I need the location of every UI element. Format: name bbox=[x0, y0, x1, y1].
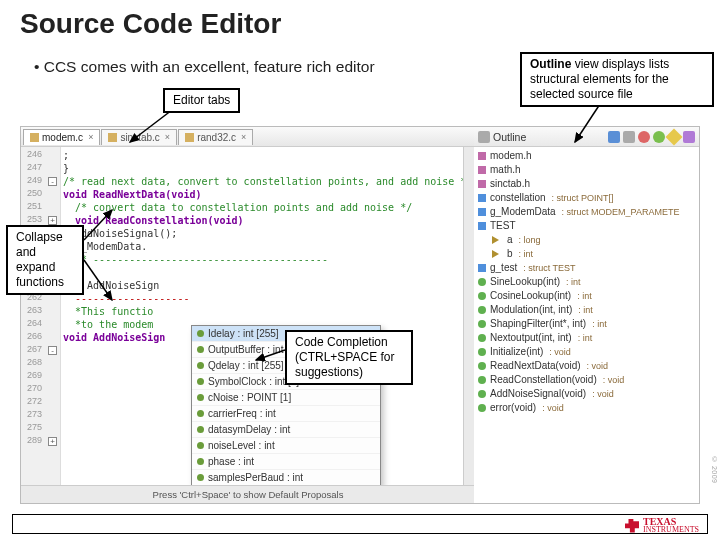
outline-kind-icon bbox=[478, 152, 486, 160]
member-icon bbox=[197, 346, 204, 353]
member-icon bbox=[197, 410, 204, 417]
editor-pane: modem.c×sinctab.c×rand32.c× 246247249-25… bbox=[21, 127, 476, 503]
member-icon bbox=[197, 394, 204, 401]
fold-toggle[interactable]: - bbox=[48, 177, 57, 186]
outline-item[interactable]: Nextoutput(int, int): int bbox=[478, 331, 697, 345]
slide-bullet: • CCS comes with an excellent, feature r… bbox=[34, 58, 375, 76]
outline-sort-icon[interactable] bbox=[608, 131, 620, 143]
outline-item[interactable]: TEST bbox=[478, 219, 697, 233]
outline-kind-icon bbox=[478, 320, 486, 328]
screenshot-stage: modem.c×sinctab.c×rand32.c× 246247249-25… bbox=[20, 126, 700, 504]
member-icon bbox=[197, 378, 204, 385]
member-icon bbox=[197, 474, 204, 481]
editor-tab[interactable]: modem.c× bbox=[23, 129, 100, 145]
outline-kind-icon bbox=[478, 362, 486, 370]
member-icon bbox=[197, 330, 204, 337]
outline-kind-icon bbox=[478, 292, 486, 300]
outline-kind-icon bbox=[478, 390, 486, 398]
c-file-icon bbox=[108, 133, 117, 142]
callout-code-completion: Code Completion (CTRL+SPACE for suggesti… bbox=[285, 330, 413, 385]
c-file-icon bbox=[30, 133, 39, 142]
callout-collapse: Collapse and expand functions bbox=[6, 225, 84, 295]
completion-item[interactable]: noiseLevel : int bbox=[192, 438, 380, 454]
footer-bar: TEXAS INSTRUMENTS bbox=[12, 514, 708, 534]
outline-item[interactable]: math.h bbox=[478, 163, 697, 177]
outline-hide-static-icon[interactable] bbox=[653, 131, 665, 143]
outline-item[interactable]: ShapingFilter(int*, int): int bbox=[478, 317, 697, 331]
outline-link-icon[interactable] bbox=[683, 131, 695, 143]
outline-icon bbox=[478, 131, 490, 143]
outline-header: Outline bbox=[474, 127, 699, 147]
close-icon[interactable]: × bbox=[165, 132, 170, 142]
outline-kind-icon bbox=[478, 222, 486, 230]
outline-item[interactable]: b: int bbox=[478, 247, 697, 261]
callout-editor-tabs: Editor tabs bbox=[163, 88, 240, 113]
line-gutter: 246247249-250251253+25425525825926126226… bbox=[21, 147, 61, 485]
outline-item[interactable]: CosineLookup(int): int bbox=[478, 289, 697, 303]
close-icon[interactable]: × bbox=[88, 132, 93, 142]
outline-item[interactable]: constellation: struct POINT[] bbox=[478, 191, 697, 205]
ti-chip-icon bbox=[625, 519, 639, 533]
outline-item[interactable]: sinctab.h bbox=[478, 177, 697, 191]
outline-list[interactable]: modem.hmath.hsinctab.hconstellation: str… bbox=[474, 147, 699, 417]
editor-tab[interactable]: rand32.c× bbox=[178, 129, 253, 145]
outline-kind-icon bbox=[478, 194, 486, 202]
outline-title: Outline bbox=[478, 131, 604, 143]
outline-filter-icon[interactable] bbox=[623, 131, 635, 143]
outline-kind-icon bbox=[478, 278, 486, 286]
watermark: © 2009 bbox=[711, 456, 718, 484]
completion-item[interactable]: cNoise : POINT [1] bbox=[192, 390, 380, 406]
completion-item[interactable]: phase : int bbox=[192, 454, 380, 470]
slide-title: Source Code Editor bbox=[20, 8, 281, 40]
outline-kind-icon bbox=[478, 334, 486, 342]
outline-item[interactable]: error(void): void bbox=[478, 401, 697, 415]
editor-hint-bar: Press 'Ctrl+Space' to show Default Propo… bbox=[21, 485, 475, 503]
close-icon[interactable]: × bbox=[241, 132, 246, 142]
outline-hide-nonpublic-icon[interactable] bbox=[666, 128, 683, 145]
editor-tab[interactable]: sinctab.c× bbox=[101, 129, 177, 145]
completion-item[interactable]: samplesPerBaud : int bbox=[192, 470, 380, 486]
outline-item[interactable]: Modulation(int, int): int bbox=[478, 303, 697, 317]
outline-item[interactable]: modem.h bbox=[478, 149, 697, 163]
callout-outline-view: Outline view displays lists structural e… bbox=[520, 52, 714, 107]
outline-item[interactable]: ReadConstellation(void): void bbox=[478, 373, 697, 387]
outline-kind-icon bbox=[478, 264, 486, 272]
outline-kind-icon bbox=[478, 166, 486, 174]
fold-toggle[interactable]: - bbox=[48, 346, 57, 355]
outline-item[interactable]: SineLookup(int): int bbox=[478, 275, 697, 289]
member-icon bbox=[197, 362, 204, 369]
member-icon bbox=[197, 442, 204, 449]
outline-kind-icon bbox=[478, 404, 486, 412]
outline-kind-icon bbox=[492, 236, 503, 244]
outline-item[interactable]: AddNoiseSignal(void): void bbox=[478, 387, 697, 401]
outline-toolbar[interactable] bbox=[608, 131, 695, 143]
completion-item[interactable]: carrierFreq : int bbox=[192, 406, 380, 422]
outline-item[interactable]: ReadNextData(void): void bbox=[478, 359, 697, 373]
member-icon bbox=[197, 426, 204, 433]
fold-toggle[interactable]: + bbox=[48, 216, 57, 225]
outline-kind-icon bbox=[478, 208, 486, 216]
outline-item[interactable]: Initialize(int): void bbox=[478, 345, 697, 359]
ti-logo: TEXAS INSTRUMENTS bbox=[625, 517, 699, 534]
outline-kind-icon bbox=[478, 306, 486, 314]
outline-kind-icon bbox=[492, 250, 503, 258]
outline-hide-fields-icon[interactable] bbox=[638, 131, 650, 143]
outline-kind-icon bbox=[478, 348, 486, 356]
c-file-icon bbox=[185, 133, 194, 142]
outline-item[interactable]: a: long bbox=[478, 233, 697, 247]
fold-toggle[interactable]: + bbox=[48, 437, 57, 446]
outline-item[interactable]: g_test: struct TEST bbox=[478, 261, 697, 275]
outline-pane: Outline modem.hmath.hsinctab.hconstellat… bbox=[474, 127, 699, 503]
outline-kind-icon bbox=[478, 180, 486, 188]
completion-item[interactable]: datasymDelay : int bbox=[192, 422, 380, 438]
member-icon bbox=[197, 458, 204, 465]
outline-kind-icon bbox=[478, 376, 486, 384]
editor-tabs: modem.c×sinctab.c×rand32.c× bbox=[21, 127, 475, 147]
outline-item[interactable]: g_ModemData: struct MODEM_PARAMETE bbox=[478, 205, 697, 219]
